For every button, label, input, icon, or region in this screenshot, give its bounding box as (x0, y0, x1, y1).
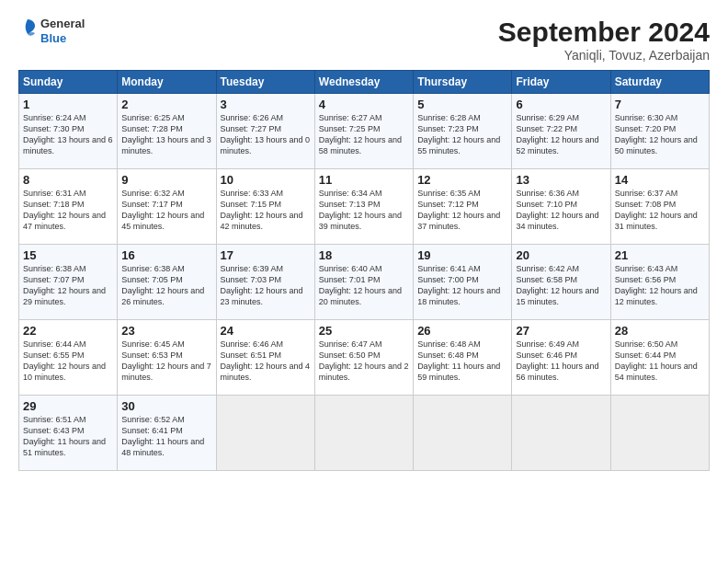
day-info: Sunrise: 6:31 AMSunset: 7:18 PMDaylight:… (23, 188, 113, 233)
logo-bird-icon (18, 17, 37, 45)
calendar-cell: 30Sunrise: 6:52 AMSunset: 6:41 PMDayligh… (118, 396, 216, 471)
calendar-table: SundayMondayTuesdayWednesdayThursdayFrid… (18, 70, 710, 471)
day-info: Sunrise: 6:38 AMSunset: 7:07 PMDaylight:… (23, 263, 113, 308)
calendar-cell: 16Sunrise: 6:38 AMSunset: 7:05 PMDayligh… (118, 245, 216, 320)
day-number: 4 (319, 98, 409, 111)
day-number: 24 (221, 324, 311, 338)
day-info: Sunrise: 6:40 AMSunset: 7:01 PMDaylight:… (319, 263, 409, 308)
day-info: Sunrise: 6:33 AMSunset: 7:15 PMDaylight:… (221, 188, 311, 233)
calendar-cell: 27Sunrise: 6:49 AMSunset: 6:46 PMDayligh… (512, 320, 610, 396)
calendar-cell: 28Sunrise: 6:50 AMSunset: 6:44 PMDayligh… (610, 320, 709, 396)
calendar-cell: 5Sunrise: 6:28 AMSunset: 7:23 PMDaylight… (414, 94, 512, 169)
day-info: Sunrise: 6:38 AMSunset: 7:05 PMDaylight:… (121, 263, 211, 308)
day-number: 8 (23, 173, 113, 187)
day-number: 25 (319, 324, 409, 338)
calendar-cell: 8Sunrise: 6:31 AMSunset: 7:18 PMDaylight… (19, 169, 118, 245)
day-info: Sunrise: 6:29 AMSunset: 7:22 PMDaylight:… (516, 112, 606, 157)
day-number: 20 (516, 248, 606, 262)
day-info: Sunrise: 6:45 AMSunset: 6:53 PMDaylight:… (121, 339, 211, 384)
day-number: 16 (121, 248, 211, 262)
calendar-cell (610, 396, 709, 471)
day-number: 9 (121, 173, 211, 187)
calendar-cell: 12Sunrise: 6:35 AMSunset: 7:12 PMDayligh… (414, 169, 512, 245)
day-number: 7 (615, 98, 705, 111)
day-info: Sunrise: 6:32 AMSunset: 7:17 PMDaylight:… (121, 188, 211, 233)
day-info: Sunrise: 6:46 AMSunset: 6:51 PMDaylight:… (221, 339, 311, 384)
day-info: Sunrise: 6:24 AMSunset: 7:30 PMDaylight:… (23, 112, 113, 157)
day-info: Sunrise: 6:26 AMSunset: 7:27 PMDaylight:… (221, 112, 311, 157)
logo-text: General Blue (40, 17, 85, 45)
col-header-thursday: Thursday (414, 71, 512, 94)
calendar-cell: 7Sunrise: 6:30 AMSunset: 7:20 PMDaylight… (610, 94, 709, 169)
calendar-cell: 21Sunrise: 6:43 AMSunset: 6:56 PMDayligh… (610, 245, 709, 320)
day-number: 17 (221, 248, 311, 262)
day-number: 3 (221, 98, 311, 111)
day-info: Sunrise: 6:27 AMSunset: 7:25 PMDaylight:… (319, 112, 409, 157)
day-info: Sunrise: 6:43 AMSunset: 6:56 PMDaylight:… (615, 263, 705, 308)
day-number: 10 (221, 173, 311, 187)
day-number: 1 (23, 98, 113, 111)
calendar-cell: 18Sunrise: 6:40 AMSunset: 7:01 PMDayligh… (314, 245, 413, 320)
day-info: Sunrise: 6:30 AMSunset: 7:20 PMDaylight:… (615, 112, 705, 157)
day-info: Sunrise: 6:25 AMSunset: 7:28 PMDaylight:… (121, 112, 211, 157)
day-info: Sunrise: 6:44 AMSunset: 6:55 PMDaylight:… (23, 339, 113, 384)
logo-container: General Blue (18, 17, 85, 45)
calendar-cell: 19Sunrise: 6:41 AMSunset: 7:00 PMDayligh… (414, 245, 512, 320)
day-info: Sunrise: 6:41 AMSunset: 7:00 PMDaylight:… (417, 263, 507, 308)
day-number: 2 (121, 98, 211, 111)
day-number: 12 (417, 173, 507, 187)
calendar-cell: 24Sunrise: 6:46 AMSunset: 6:51 PMDayligh… (216, 320, 314, 396)
day-info: Sunrise: 6:35 AMSunset: 7:12 PMDaylight:… (417, 188, 507, 233)
calendar-cell (314, 396, 413, 471)
day-number: 14 (615, 173, 705, 187)
title-block: September 2024 Yaniqli, Tovuz, Azerbaija… (498, 17, 710, 63)
col-header-monday: Monday (118, 71, 216, 94)
day-number: 27 (516, 324, 606, 338)
calendar-cell: 25Sunrise: 6:47 AMSunset: 6:50 PMDayligh… (314, 320, 413, 396)
day-info: Sunrise: 6:36 AMSunset: 7:10 PMDaylight:… (516, 188, 606, 233)
col-header-friday: Friday (512, 71, 610, 94)
day-info: Sunrise: 6:49 AMSunset: 6:46 PMDaylight:… (516, 339, 606, 384)
calendar-cell (414, 396, 512, 471)
page-header: General Blue September 2024 Yaniqli, Tov… (18, 17, 710, 63)
calendar-cell: 9Sunrise: 6:32 AMSunset: 7:17 PMDaylight… (118, 169, 216, 245)
day-info: Sunrise: 6:28 AMSunset: 7:23 PMDaylight:… (417, 112, 507, 157)
day-number: 23 (121, 324, 211, 338)
day-info: Sunrise: 6:42 AMSunset: 6:58 PMDaylight:… (516, 263, 606, 308)
calendar-cell: 23Sunrise: 6:45 AMSunset: 6:53 PMDayligh… (118, 320, 216, 396)
logo: General Blue (18, 17, 85, 45)
calendar-cell: 14Sunrise: 6:37 AMSunset: 7:08 PMDayligh… (610, 169, 709, 245)
calendar-cell: 4Sunrise: 6:27 AMSunset: 7:25 PMDaylight… (314, 94, 413, 169)
calendar-subtitle: Yaniqli, Tovuz, Azerbaijan (498, 48, 710, 63)
calendar-cell (512, 396, 610, 471)
calendar-cell: 10Sunrise: 6:33 AMSunset: 7:15 PMDayligh… (216, 169, 314, 245)
day-number: 29 (23, 399, 113, 413)
day-info: Sunrise: 6:37 AMSunset: 7:08 PMDaylight:… (615, 188, 705, 233)
day-number: 30 (121, 399, 211, 413)
calendar-cell: 3Sunrise: 6:26 AMSunset: 7:27 PMDaylight… (216, 94, 314, 169)
day-info: Sunrise: 6:50 AMSunset: 6:44 PMDaylight:… (615, 339, 705, 384)
day-number: 13 (516, 173, 606, 187)
calendar-cell: 29Sunrise: 6:51 AMSunset: 6:43 PMDayligh… (19, 396, 118, 471)
day-number: 22 (23, 324, 113, 338)
day-info: Sunrise: 6:47 AMSunset: 6:50 PMDaylight:… (319, 339, 409, 384)
calendar-cell: 26Sunrise: 6:48 AMSunset: 6:48 PMDayligh… (414, 320, 512, 396)
day-number: 18 (319, 248, 409, 262)
calendar-cell: 20Sunrise: 6:42 AMSunset: 6:58 PMDayligh… (512, 245, 610, 320)
calendar-cell: 1Sunrise: 6:24 AMSunset: 7:30 PMDaylight… (19, 94, 118, 169)
day-info: Sunrise: 6:51 AMSunset: 6:43 PMDaylight:… (23, 414, 113, 459)
calendar-title: September 2024 (498, 17, 710, 48)
day-number: 28 (615, 324, 705, 338)
calendar-cell: 2Sunrise: 6:25 AMSunset: 7:28 PMDaylight… (118, 94, 216, 169)
day-number: 11 (319, 173, 409, 187)
day-info: Sunrise: 6:52 AMSunset: 6:41 PMDaylight:… (121, 414, 211, 459)
col-header-saturday: Saturday (610, 71, 709, 94)
col-header-wednesday: Wednesday (314, 71, 413, 94)
calendar-cell: 17Sunrise: 6:39 AMSunset: 7:03 PMDayligh… (216, 245, 314, 320)
day-info: Sunrise: 6:34 AMSunset: 7:13 PMDaylight:… (319, 188, 409, 233)
calendar-cell: 11Sunrise: 6:34 AMSunset: 7:13 PMDayligh… (314, 169, 413, 245)
day-info: Sunrise: 6:39 AMSunset: 7:03 PMDaylight:… (221, 263, 311, 308)
calendar-cell: 22Sunrise: 6:44 AMSunset: 6:55 PMDayligh… (19, 320, 118, 396)
day-number: 21 (615, 248, 705, 262)
calendar-cell: 6Sunrise: 6:29 AMSunset: 7:22 PMDaylight… (512, 94, 610, 169)
